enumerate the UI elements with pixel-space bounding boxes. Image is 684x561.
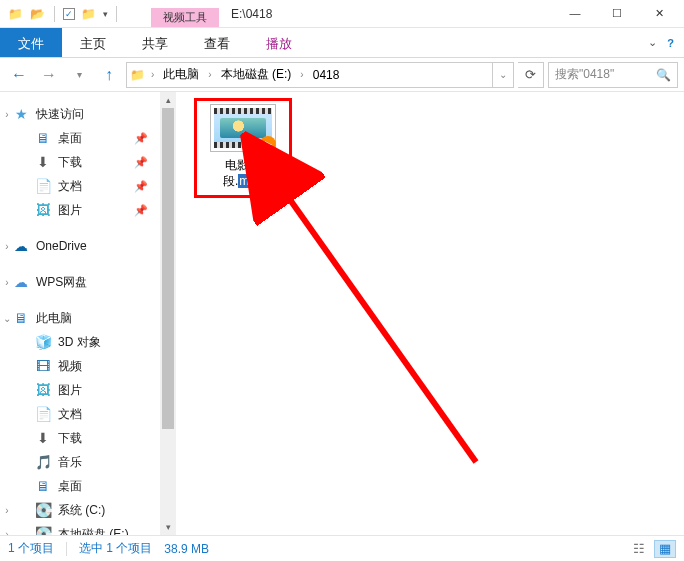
context-tab-header: 视频工具 [151,8,219,27]
up-button[interactable]: ↑ [96,62,122,88]
nav-desktop[interactable]: 🖥桌面📌 [0,126,160,150]
download-icon: ⬇ [34,154,52,170]
star-icon: ★ [12,106,30,122]
chevron-right-icon[interactable]: › [2,109,12,120]
nav-documents[interactable]: 📄文档📌 [0,174,160,198]
forward-button[interactable]: → [36,62,62,88]
details-view-button[interactable]: ☷ [628,540,650,558]
nav-scrollbar[interactable]: ▴ ▾ [160,92,176,535]
film-strip-icon [214,108,272,114]
label: 3D 对象 [58,334,101,351]
breadcrumb-drive[interactable]: 本地磁盘 (E:) [218,63,295,87]
label: 桌面 [58,478,82,495]
chevron-right-icon[interactable]: › [2,241,12,252]
picture-icon: 🖼 [34,382,52,398]
status-selection: 选中 1 个项目 [79,540,152,557]
label: 视频 [58,358,82,375]
drive-icon: 💽 [34,502,52,518]
nav-pictures[interactable]: 🖼图片📌 [0,198,160,222]
label: 系统 (C:) [58,502,105,519]
desktop-icon: 🖥 [34,130,52,146]
label: 下载 [58,154,82,171]
nav-wps[interactable]: ›☁WPS网盘 [0,270,160,294]
tab-file[interactable]: 文件 [0,28,62,57]
pin-icon: 📌 [134,204,148,217]
ribbon-right: ⌄ ? [648,28,674,57]
nav-quick-access[interactable]: ›★快速访问 [0,102,160,126]
checkbox-icon[interactable]: ✓ [63,8,75,20]
maximize-button[interactable]: ☐ [596,0,638,26]
label: WPS网盘 [36,274,87,291]
minimize-button[interactable]: ― [554,0,596,26]
filename-prefix: 段. [223,174,238,188]
pc-icon: 🖥 [12,310,30,326]
status-size: 38.9 MB [164,542,209,556]
tab-view[interactable]: 查看 [186,28,248,57]
breadcrumb-thispc[interactable]: 此电脑 [160,63,202,87]
expand-ribbon-icon[interactable]: ⌄ [648,36,657,49]
document-icon: 📄 [34,178,52,194]
chevron-right-icon[interactable]: › [300,69,303,80]
nav-onedrive[interactable]: ›☁OneDrive [0,234,160,258]
breadcrumb-folder[interactable]: 0418 [310,63,343,87]
tab-home[interactable]: 主页 [62,28,124,57]
scroll-up-icon[interactable]: ▴ [160,92,176,108]
play-icon: ▶ [260,136,276,152]
video-thumbnail: ▶ [211,105,275,151]
scroll-track[interactable] [160,108,176,519]
label: 此电脑 [36,310,72,327]
back-button[interactable]: ← [6,62,32,88]
nav-3d-objects[interactable]: 🧊3D 对象 [0,330,160,354]
title-bar: 📁 📂 ✓ 📁 ▾ 视频工具 E:\0418 ― ☐ ✕ [0,0,684,28]
help-icon[interactable]: ? [667,37,674,49]
close-button[interactable]: ✕ [638,0,680,26]
nav-downloads2[interactable]: ⬇下载 [0,426,160,450]
nav-documents2[interactable]: 📄文档 [0,402,160,426]
nav-videos[interactable]: 🎞视频 [0,354,160,378]
nav-music[interactable]: 🎵音乐 [0,450,160,474]
label: 音乐 [58,454,82,471]
tab-share[interactable]: 共享 [124,28,186,57]
search-placeholder: 搜索"0418" [555,66,614,83]
onedrive-icon: ☁ [12,238,30,254]
label: 图片 [58,202,82,219]
tab-play[interactable]: 播放 [248,28,310,57]
nav-downloads[interactable]: ⬇下载📌 [0,150,160,174]
search-input[interactable]: 搜索"0418" 🔍 [548,62,678,88]
file-name-edit[interactable]: 电影片 段.m4v [223,157,263,189]
picture-icon: 🖼 [34,202,52,218]
chevron-right-icon[interactable]: › [2,277,12,288]
qat-dropdown-icon[interactable]: ▾ [103,9,108,19]
nav-drive-c[interactable]: ›💽系统 (C:) [0,498,160,522]
icons-view-button[interactable]: ▦ [654,540,676,558]
nav-this-pc[interactable]: ⌄🖥此电脑 [0,306,160,330]
chevron-right-icon[interactable]: › [208,69,211,80]
quick-access-toolbar: 📁 📂 ✓ 📁 ▾ [0,5,121,23]
folder-icon: 📁 [127,63,145,87]
pin-icon: 📌 [134,132,148,145]
refresh-button[interactable]: ⟳ [518,62,544,88]
chevron-right-icon[interactable]: › [2,529,12,536]
chevron-right-icon[interactable]: › [2,505,12,516]
file-item-video[interactable]: ▶ 电影片 段.m4v [194,98,292,198]
folder-icon: 📁 [6,5,24,23]
history-dropdown-icon[interactable]: ▾ [66,62,92,88]
address-row: ← → ▾ ↑ 📁 › 此电脑 › 本地磁盘 (E:) › 0418 ⌄ ⟳ 搜… [0,58,684,92]
chevron-down-icon[interactable]: ⌄ [2,313,12,324]
chevron-right-icon[interactable]: › [151,69,154,80]
scroll-thumb[interactable] [162,108,174,429]
status-bar: 1 个项目 选中 1 个项目 38.9 MB ☷ ▦ [0,535,684,561]
content-pane[interactable]: ▶ 电影片 段.m4v [176,92,684,535]
separator [54,6,55,22]
document-icon: 📄 [34,406,52,422]
scroll-down-icon[interactable]: ▾ [160,519,176,535]
nav-pictures2[interactable]: 🖼图片 [0,378,160,402]
nav-desktop2[interactable]: 🖥桌面 [0,474,160,498]
label: 文档 [58,406,82,423]
view-switcher: ☷ ▦ [628,540,676,558]
address-bar[interactable]: 📁 › 此电脑 › 本地磁盘 (E:) › 0418 ⌄ [126,62,514,88]
video-icon: 🎞 [34,358,52,374]
filename-ext-selected[interactable]: m4v [238,174,263,188]
address-dropdown-icon[interactable]: ⌄ [492,63,513,87]
nav-drive-e[interactable]: ›💽本地磁盘 (E:) [0,522,160,535]
